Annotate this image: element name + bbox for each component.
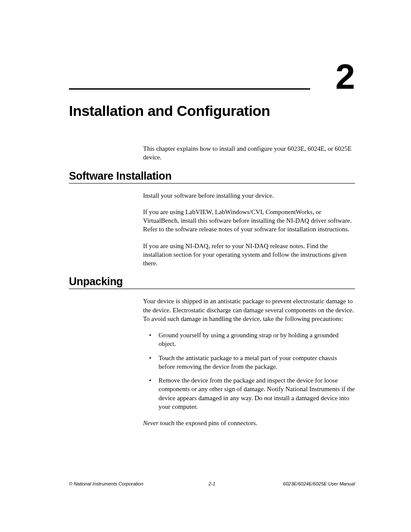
section-heading-software: Software Installation bbox=[69, 170, 355, 182]
bullet-text-em: not bbox=[264, 395, 272, 401]
footer-center: 2-1 bbox=[209, 481, 215, 486]
list-item: Touch the antistatic package to a metal … bbox=[143, 354, 355, 371]
section-rule bbox=[69, 289, 355, 289]
list-item: Ground yourself by using a grounding str… bbox=[143, 331, 355, 348]
software-p1: Install your software before installing … bbox=[143, 191, 355, 200]
footer-left: © National Instruments Corporation bbox=[69, 481, 143, 486]
section-heading-unpacking: Unpacking bbox=[69, 275, 355, 288]
section-rule bbox=[69, 183, 355, 184]
chapter-number: 2 bbox=[335, 59, 355, 94]
unpacking-p2: Never touch the exposed pins of connecto… bbox=[143, 419, 355, 427]
chapter-intro: This chapter explains how to install and… bbox=[143, 144, 355, 162]
unpacking-p1: Your device is shipped in an antistatic … bbox=[143, 297, 355, 323]
p2-em: Never bbox=[143, 420, 159, 426]
software-p2: If you are using LabVIEW, LabWindows/CVI… bbox=[143, 208, 355, 234]
p2-post: touch the exposed pins of connectors. bbox=[159, 420, 258, 426]
chapter-rule bbox=[69, 88, 310, 90]
footer-right: 6023E/6024E/6025E User Manual bbox=[283, 481, 355, 486]
software-p3: If you are using NI-DAQ, refer to your N… bbox=[143, 242, 355, 268]
list-item: Remove the device from the package and i… bbox=[143, 376, 355, 411]
page-footer: © National Instruments Corporation 2-1 6… bbox=[69, 481, 355, 486]
chapter-title: Installation and Configuration bbox=[69, 103, 355, 119]
unpacking-bullets: Ground yourself by using a grounding str… bbox=[143, 331, 355, 411]
